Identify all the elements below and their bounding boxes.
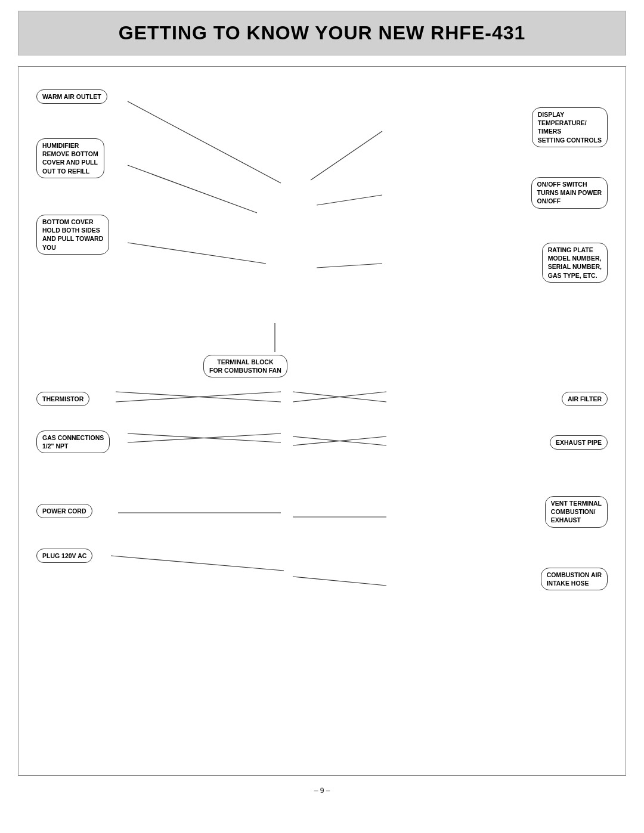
power-cord-label: POWER CORD <box>36 504 92 518</box>
svg-line-0 <box>128 101 281 183</box>
svg-line-1 <box>128 165 257 213</box>
svg-line-2 <box>128 243 266 264</box>
combustion-air-label: COMBUSTION AIR INTAKE HOSE <box>541 568 608 590</box>
svg-line-3 <box>311 131 382 180</box>
svg-line-15 <box>293 436 386 445</box>
gas-connections-label: GAS CONNECTIONS 1/2" NPT <box>36 431 110 453</box>
svg-line-16 <box>293 436 386 445</box>
page-number: – 9 – <box>0 786 644 795</box>
exhaust-pipe-label: EXHAUST PIPE <box>550 435 608 450</box>
terminal-block-label: TERMINAL BLOCK FOR COMBUSTION FAN <box>203 355 287 377</box>
rating-plate-label: RATING PLATE MODEL NUMBER, SERIAL NUMBER… <box>542 243 608 283</box>
svg-line-5 <box>317 264 382 268</box>
svg-line-8 <box>116 392 281 402</box>
svg-line-4 <box>317 195 382 205</box>
plug-label: PLUG 120V AC <box>36 549 92 563</box>
humidifier-label: HUMIDIFIER REMOVE BOTTOM COVER AND PULL … <box>36 138 104 178</box>
diagram-lines <box>18 67 626 775</box>
page-title: GETTING TO KNOW YOUR NEW RHFE-431 <box>18 11 626 55</box>
display-label: DISPLAY TEMPERATURE/ TIMERS SETTING CONT… <box>532 107 608 147</box>
svg-line-18 <box>293 577 386 586</box>
main-diagram: WARM AIR OUTLET HUMIDIFIER REMOVE BOTTOM… <box>18 66 626 776</box>
svg-line-10 <box>128 433 281 442</box>
on-off-switch-label: ON/OFF SWITCH TURNS MAIN POWER ON/OFF <box>531 177 608 209</box>
svg-line-9 <box>128 433 281 442</box>
air-filter-label: AIR FILTER <box>562 392 608 406</box>
vent-terminal-label: VENT TERMINAL COMBUSTION/ EXHAUST <box>545 496 608 528</box>
svg-line-7 <box>116 392 281 402</box>
svg-line-13 <box>293 392 386 402</box>
bottom-cover-label: BOTTOM COVER HOLD BOTH SIDES AND PULL TO… <box>36 215 109 255</box>
svg-line-14 <box>293 392 386 402</box>
warm-air-outlet-label: WARM AIR OUTLET <box>36 89 107 104</box>
thermistor-label: THERMISTOR <box>36 392 89 406</box>
svg-line-12 <box>111 556 284 571</box>
